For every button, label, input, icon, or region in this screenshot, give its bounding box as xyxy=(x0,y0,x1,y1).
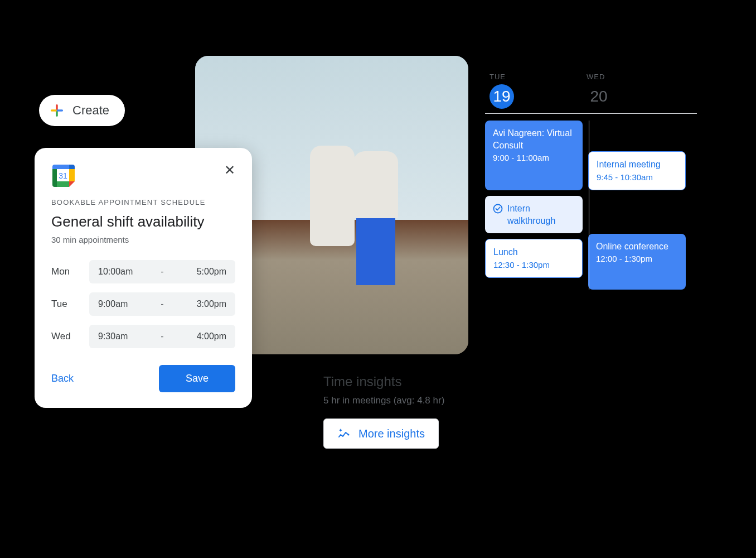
event-title: Intern walkthrough xyxy=(507,203,575,227)
event-time: 9:00 - 11:00am xyxy=(493,152,575,163)
event-time: 12:00 - 1:30pm xyxy=(596,253,678,264)
save-button[interactable]: Save xyxy=(159,365,235,392)
create-label: Create xyxy=(72,103,109,118)
event-title: Lunch xyxy=(493,246,574,258)
event-title: Internal meeting xyxy=(597,158,677,171)
day-abbr: WED xyxy=(587,73,605,81)
divider xyxy=(485,113,697,114)
schedule-row: Mon 10:00am - 5:00pm xyxy=(51,260,235,283)
day-label: Tue xyxy=(51,299,79,310)
calendar-event[interactable]: Internal meeting 9:45 - 10:30am xyxy=(588,151,686,190)
event-time: 9:45 - 10:30am xyxy=(597,172,677,183)
time-range-input[interactable]: 10:00am - 5:00pm xyxy=(89,260,235,283)
event-time: 12:30 - 1:30pm xyxy=(493,259,574,271)
back-button[interactable]: Back xyxy=(51,373,74,384)
day-label: Wed xyxy=(51,331,79,342)
time-start: 9:00am xyxy=(98,299,146,309)
card-subtitle: BOOKABLE APPOINTMENT SCHEDULE xyxy=(51,198,235,206)
calendar-event[interactable]: Online conference 12:00 - 1:30pm xyxy=(588,234,686,290)
event-title: Online conference xyxy=(596,240,678,253)
day-number: 20 xyxy=(587,84,611,109)
schedule-row: Tue 9:00am - 3:00pm xyxy=(51,292,235,316)
calendar-day-header[interactable]: TUE 19 xyxy=(490,73,514,109)
calendar-day-header[interactable]: WED 20 xyxy=(587,73,611,109)
time-end: 3:00pm xyxy=(178,299,226,309)
card-duration: 30 min appointments xyxy=(51,235,235,244)
time-start: 9:30am xyxy=(98,331,146,341)
day-abbr: TUE xyxy=(490,73,506,81)
svg-text:31: 31 xyxy=(59,171,67,180)
card-title: General shift availability xyxy=(51,213,235,230)
calendar-event[interactable]: Intern walkthrough xyxy=(485,196,583,233)
time-end: 5:00pm xyxy=(178,267,226,277)
calendar-view: TUE 19 WED 20 Avi Nagreen: Virtual Consu… xyxy=(485,73,697,290)
insights-icon xyxy=(337,427,351,440)
create-button[interactable]: Create xyxy=(39,95,125,126)
svg-point-4 xyxy=(348,434,350,436)
more-insights-button[interactable]: More insights xyxy=(323,419,439,449)
time-dash: - xyxy=(161,299,163,309)
time-range-input[interactable]: 9:00am - 3:00pm xyxy=(89,292,235,316)
event-title: Avi Nagreen: Virtual Consult xyxy=(493,127,575,151)
time-dash: - xyxy=(161,267,163,277)
svg-point-3 xyxy=(494,205,502,213)
time-range-input[interactable]: 9:30am - 4:00pm xyxy=(89,325,235,348)
day-number: 19 xyxy=(490,84,514,109)
more-insights-label: More insights xyxy=(358,427,425,440)
divider xyxy=(589,121,589,290)
insights-panel: Time insights 5 hr in meetings (avg: 4.8… xyxy=(323,374,444,449)
calendar-event[interactable]: Avi Nagreen: Virtual Consult 9:00 - 11:0… xyxy=(485,121,583,190)
time-end: 4:00pm xyxy=(178,331,226,341)
time-start: 10:00am xyxy=(98,267,146,277)
insights-subtitle: 5 hr in meetings (avg: 4.8 hr) xyxy=(323,395,444,406)
day-label: Mon xyxy=(51,266,79,277)
schedule-row: Wed 9:30am - 4:00pm xyxy=(51,325,235,348)
plus-icon xyxy=(49,103,65,118)
time-dash: - xyxy=(161,331,163,341)
check-circle-icon xyxy=(493,204,503,217)
close-icon[interactable]: ✕ xyxy=(224,163,235,177)
insights-title: Time insights xyxy=(323,374,444,389)
calendar-event[interactable]: Lunch 12:30 - 1:30pm xyxy=(485,239,583,278)
schedule-card: 31 ✕ BOOKABLE APPOINTMENT SCHEDULE Gener… xyxy=(35,148,252,408)
calendar-logo-icon: 31 xyxy=(51,163,75,187)
